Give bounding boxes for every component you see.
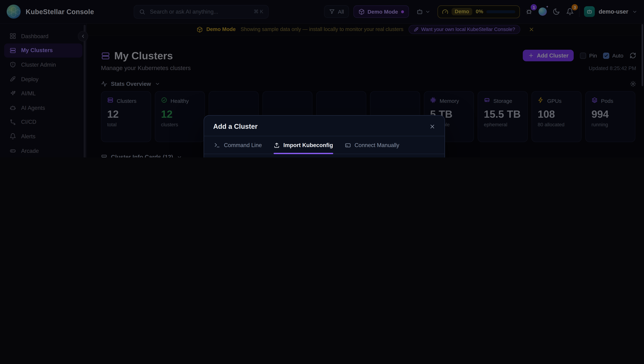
usage-chip: Demo <box>452 8 472 16</box>
notifications-button[interactable]: 3 <box>566 7 575 16</box>
stats-overview-toggle[interactable]: Stats Overview <box>101 81 636 87</box>
bot-icon <box>10 104 16 111</box>
tab-label: Import Kubeconfig <box>283 142 333 148</box>
usage-percent: 0% <box>476 9 483 15</box>
stat-card-value: 12 <box>107 108 145 120</box>
sidebar-item-label: Deploy <box>21 76 38 82</box>
banner-cta-label: Want your own local KubeStellar Console? <box>421 27 515 32</box>
tab-label: Command Line <box>224 142 262 148</box>
kubestellar-logo[interactable] <box>6 5 21 19</box>
sidebar-item-label: Cluster Admin <box>21 62 56 68</box>
whats-new-button[interactable] <box>538 7 547 16</box>
banner-cta-button[interactable]: Want your own local KubeStellar Console? <box>408 25 520 34</box>
stat-card-gpus[interactable]: GPUs 108 80 allocated <box>532 91 582 142</box>
tab-connect-manually[interactable]: Connect Manually <box>344 136 399 154</box>
sparkle-globe-icon <box>539 8 547 16</box>
demo-mode-label: Demo Mode <box>368 9 398 15</box>
stat-card-healthy[interactable]: Healthy 12 clusters <box>155 91 205 142</box>
banner-close-icon[interactable] <box>528 27 534 32</box>
user-menu[interactable]: demo-user <box>584 6 638 17</box>
sidebar-item-label: My Clusters <box>21 48 53 54</box>
page-scrollbar[interactable] <box>642 24 643 86</box>
bug-badge: 1 <box>531 4 537 11</box>
auto-checkbox[interactable]: Auto <box>603 53 624 59</box>
terminal-icon <box>214 142 220 148</box>
stat-card-value: 12 <box>161 108 199 120</box>
chevron-down-icon <box>155 81 160 87</box>
tab-command-line[interactable]: Command Line <box>214 136 262 154</box>
stat-card-sub: 80 allocated <box>538 122 575 128</box>
stat-card-sub: running <box>592 122 629 128</box>
auto-label: Auto <box>612 53 624 59</box>
sidebar-item-label: Arcade <box>21 148 39 154</box>
add-cluster-button[interactable]: Add Cluster <box>523 50 574 62</box>
chevron-down-icon <box>425 9 430 14</box>
sidebar-item-dashboard[interactable]: Dashboard <box>4 29 82 43</box>
zap-icon <box>538 97 544 103</box>
stat-card-label: Pods <box>601 98 614 104</box>
sidebar-scrollbar[interactable] <box>84 25 86 157</box>
stats-overview-label: Stats Overview <box>111 81 151 87</box>
stat-card-value: 15.5 TB <box>484 108 522 120</box>
notifications-badge: 3 <box>572 4 578 11</box>
stat-card-label: Memory <box>440 98 459 104</box>
add-cluster-label: Add Cluster <box>537 53 568 59</box>
user-name: demo-user <box>599 8 628 15</box>
header-divider <box>579 6 580 17</box>
tab-label: Connect Manually <box>354 142 399 148</box>
upload-icon <box>274 142 280 148</box>
plus-icon <box>528 53 534 58</box>
sidebar-item-my-clusters[interactable]: My Clusters <box>4 43 82 58</box>
sidebar-item-label: AI/ML <box>21 91 36 97</box>
sidebar-item-label: Dashboard <box>21 33 48 40</box>
sidebar-item-arcade[interactable]: Arcade <box>4 144 82 157</box>
stat-card-pods[interactable]: Pods 994 running <box>585 91 636 142</box>
sidebar-item-label: Alerts <box>21 133 36 140</box>
stat-card-storage[interactable]: Storage 15.5 TB ephemeral <box>478 91 528 142</box>
pin-label: Pin <box>589 53 597 59</box>
sidebar-item-ci-cd[interactable]: CI/CD <box>4 115 82 129</box>
stat-card-value: 108 <box>538 108 575 120</box>
sidebar-item-ai-agents[interactable]: AI Agents <box>4 101 82 115</box>
demo-active-dot <box>401 10 404 13</box>
demo-mode-button[interactable]: Demo Mode <box>354 5 409 18</box>
search-input[interactable] <box>149 8 250 15</box>
servers-icon <box>10 47 16 54</box>
sparkle-icon <box>10 90 16 97</box>
activity-icon <box>101 81 107 87</box>
refresh-icon[interactable] <box>630 52 636 59</box>
theme-toggle-button[interactable] <box>552 7 561 16</box>
card-icon <box>344 142 351 148</box>
robot-icon <box>416 8 423 16</box>
stat-card-sub: ephemeral <box>484 122 522 128</box>
stat-card-sub: total <box>107 122 145 128</box>
chevron-down-icon <box>177 154 182 157</box>
rocket-icon <box>10 76 16 82</box>
global-search[interactable]: ⌘ K <box>134 5 269 19</box>
page-subtitle: Manage your Kubernetes clusters <box>101 65 190 71</box>
box-icon <box>358 9 364 15</box>
stat-card-label: GPUs <box>547 98 562 104</box>
sidebar-collapse-button[interactable] <box>78 31 88 41</box>
filter-all-button[interactable]: All <box>324 5 349 18</box>
bell-icon <box>10 133 16 140</box>
stat-card-value: 994 <box>592 108 629 120</box>
close-icon[interactable] <box>429 123 436 130</box>
moon-icon <box>553 8 560 16</box>
clusters-icon <box>101 51 110 60</box>
pin-checkbox[interactable]: Pin <box>580 53 597 59</box>
demo-banner: Demo Mode Showing sample data only — ins… <box>87 24 644 36</box>
gear-icon[interactable] <box>630 81 636 87</box>
sidebar-item-deploy[interactable]: Deploy <box>4 72 82 86</box>
tab-import-kubeconfig[interactable]: Import Kubeconfig <box>274 136 333 154</box>
bug-report-button[interactable]: 1 <box>524 7 534 16</box>
stat-card-clusters[interactable]: Clusters 12 total <box>101 91 151 142</box>
add-cluster-modal: Add a Cluster Command Line Import Kubeco… <box>204 115 445 157</box>
demo-usage-meter[interactable]: Demo 0% <box>437 5 520 18</box>
page-title: My Clusters <box>114 50 173 62</box>
sidebar-item-alerts[interactable]: Alerts <box>4 129 82 144</box>
stat-card-label: Storage <box>494 98 512 104</box>
sidebar-item-ai-ml[interactable]: AI/ML <box>4 86 82 101</box>
agents-menu-button[interactable] <box>413 8 433 16</box>
sidebar-item-cluster-admin[interactable]: Cluster Admin <box>4 58 82 72</box>
